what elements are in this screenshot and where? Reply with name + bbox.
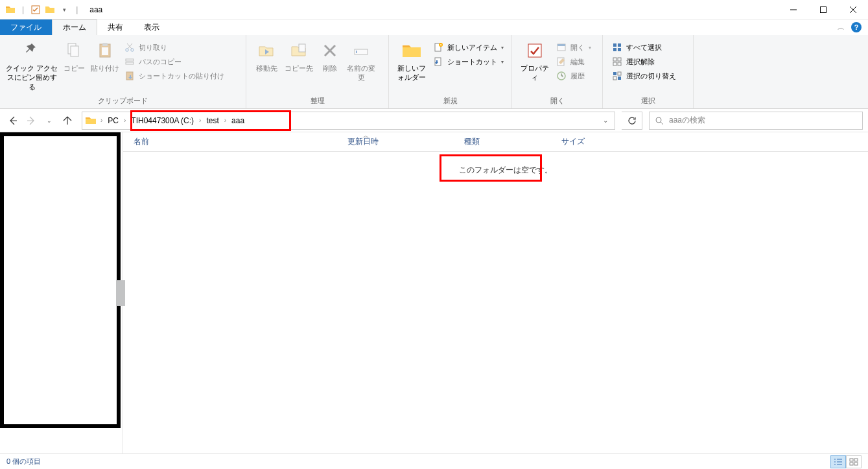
chevron-right-icon[interactable]: › [198, 117, 202, 124]
new-folder-button[interactable]: 新しいフォルダー [393, 38, 430, 85]
ribbon: クイック アクセスにピン留めする コピー 貼り付け 切り取り [0, 35, 868, 109]
minimize-button[interactable] [779, 0, 808, 19]
history-button[interactable]: 履歴 [554, 69, 598, 83]
svg-point-36 [656, 117, 661, 123]
column-size[interactable]: サイズ [551, 136, 629, 147]
address-bar[interactable]: › PC › TIH0447300A (C:) › test › aaa ⌄ [82, 112, 615, 130]
breadcrumb-drive[interactable]: TIH0447300A (C:) [127, 112, 198, 129]
chevron-right-icon[interactable]: › [99, 117, 104, 124]
sort-indicator-icon: ︿ [363, 132, 369, 140]
breadcrumb-test[interactable]: test [202, 112, 222, 129]
open-button[interactable]: 開く ▾ [554, 40, 598, 54]
rename-button[interactable]: 名前の変更 [345, 38, 377, 85]
edit-button[interactable]: 編集 [554, 54, 598, 69]
collapse-ribbon-icon[interactable]: ︿ [838, 23, 845, 32]
breadcrumb-pc[interactable]: PC [104, 112, 123, 129]
open-group-label: 開く [516, 95, 598, 108]
search-box[interactable]: aaaの検索 [649, 112, 863, 130]
properties-button[interactable]: プロパティ [516, 38, 554, 85]
new-shortcut-button[interactable]: ショートカット ▾ [430, 54, 508, 69]
search-placeholder: aaaの検索 [669, 115, 705, 126]
folder-icon [5, 5, 16, 15]
copy-button[interactable]: コピー [60, 38, 88, 75]
navigation-pane[interactable] [0, 132, 123, 453]
pin-to-quick-access-button[interactable]: クイック アクセスにピン留めする [4, 38, 60, 94]
refresh-button[interactable] [622, 112, 642, 130]
chevron-right-icon[interactable]: › [123, 117, 127, 124]
recent-dropdown[interactable]: ⌄ [41, 113, 57, 128]
paste-shortcut-button[interactable]: ショートカットの貼り付け [122, 69, 239, 83]
move-to-button[interactable]: 移動先 [250, 38, 283, 75]
svg-rect-30 [613, 62, 616, 66]
shortcut-icon [433, 56, 443, 67]
qat-separator: | [22, 5, 24, 14]
properties-qat-icon[interactable] [30, 5, 41, 15]
ribbon-tabs: ファイル ホーム 共有 表示 ︿ ? [0, 19, 868, 35]
new-item-icon: ✦ [433, 42, 443, 53]
svg-rect-14 [356, 51, 357, 53]
navigation-bar: ⌄ › PC › TIH0447300A (C:) › test › aaa ⌄… [0, 109, 868, 132]
svg-rect-24 [613, 43, 616, 47]
paste-shortcut-icon [124, 71, 135, 81]
rename-icon [351, 40, 371, 61]
svg-rect-21 [557, 44, 565, 46]
svg-rect-38 [854, 459, 858, 461]
svg-rect-33 [618, 72, 621, 75]
invert-selection-button[interactable]: 選択の切り替え [609, 69, 689, 83]
new-folder-icon [401, 40, 422, 61]
new-item-button[interactable]: ✦ 新しいアイテム ▾ [430, 40, 508, 54]
svg-rect-37 [850, 459, 853, 461]
chevron-down-icon: ▾ [501, 45, 504, 51]
folder-qat-icon[interactable] [45, 5, 55, 15]
move-to-icon [256, 40, 277, 61]
select-all-button[interactable]: すべて選択 [609, 40, 689, 54]
svg-rect-12 [299, 44, 305, 52]
copy-path-icon [124, 56, 135, 67]
details-view-button[interactable] [830, 455, 846, 468]
svg-rect-19 [528, 44, 541, 57]
breadcrumb-aaa[interactable]: aaa [228, 112, 248, 129]
svg-rect-27 [618, 48, 621, 51]
select-none-button[interactable]: 選択解除 [609, 54, 689, 69]
clipboard-group-label: クリップボード [4, 95, 242, 108]
column-name[interactable]: 名前 [123, 136, 337, 147]
invert-icon [612, 71, 622, 81]
delete-button[interactable]: 削除 [315, 38, 345, 75]
svg-rect-35 [618, 77, 621, 80]
paste-button[interactable]: 貼り付け [88, 38, 122, 75]
empty-folder-message: このフォルダーは空です。 [447, 161, 564, 180]
edit-icon [556, 56, 567, 67]
chevron-right-icon[interactable]: › [223, 117, 228, 124]
tab-share[interactable]: 共有 [97, 19, 134, 35]
svg-rect-6 [102, 47, 108, 55]
copy-to-button[interactable]: コピー先 [283, 38, 315, 75]
copy-path-button[interactable]: パスのコピー [122, 54, 239, 69]
copy-icon [64, 40, 84, 61]
maximize-button[interactable] [808, 0, 838, 19]
tab-home[interactable]: ホーム [52, 19, 97, 35]
qat-dropdown-icon[interactable]: ▾ [59, 5, 69, 15]
cut-button[interactable]: 切り取り [122, 40, 239, 54]
address-dropdown-icon[interactable]: ⌄ [599, 117, 612, 124]
back-button[interactable] [5, 113, 21, 128]
tab-file[interactable]: ファイル [0, 19, 52, 35]
svg-rect-18 [435, 58, 441, 66]
cut-icon [124, 42, 135, 53]
column-date[interactable]: 更新日時 [337, 136, 454, 147]
svg-rect-3 [71, 46, 78, 56]
up-button[interactable] [60, 113, 75, 128]
column-type[interactable]: 種類 [454, 136, 551, 147]
content-area: ︿ 名前 更新日時 種類 サイズ このフォルダーは空です。 [0, 132, 868, 453]
file-list-pane[interactable]: ︿ 名前 更新日時 種類 サイズ このフォルダーは空です。 [123, 132, 868, 453]
help-icon[interactable]: ? [851, 22, 862, 32]
chevron-down-icon: ▾ [589, 45, 591, 51]
title-separator: | [76, 5, 78, 14]
folder-icon [85, 115, 97, 126]
svg-rect-39 [850, 463, 853, 465]
tab-view[interactable]: 表示 [134, 19, 170, 35]
organize-group-label: 整理 [250, 95, 384, 108]
thumbnails-view-button[interactable] [846, 455, 862, 468]
select-group-label: 選択 [607, 95, 689, 108]
forward-button[interactable] [23, 113, 39, 128]
close-button[interactable] [838, 0, 868, 19]
